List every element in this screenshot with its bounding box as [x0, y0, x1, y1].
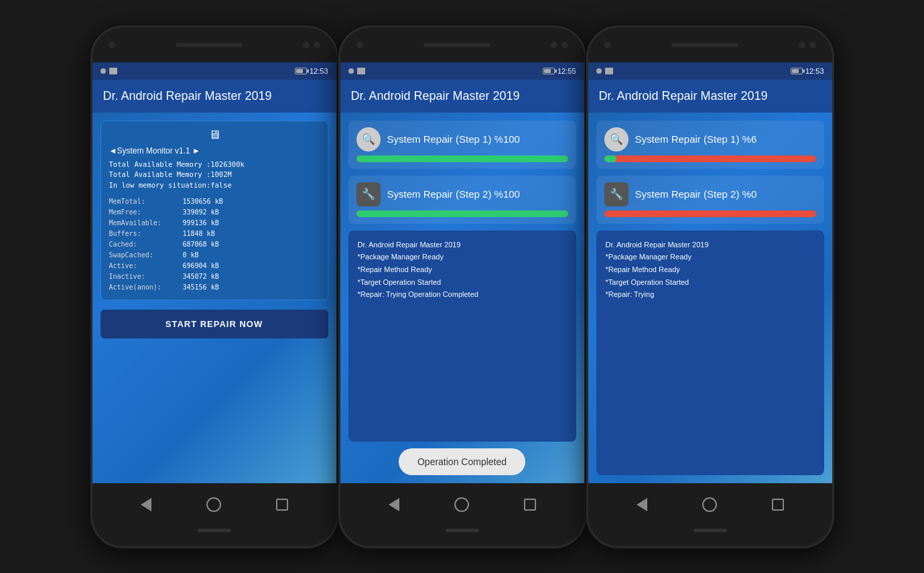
- status-right: 12:55: [543, 67, 576, 75]
- search-icon: 🔍: [356, 127, 381, 151]
- swapcached-label: SwapCached:: [109, 250, 183, 261]
- phone2-time: 12:55: [557, 67, 576, 75]
- mem-available-label: MemAvailable:: [109, 218, 183, 229]
- table-row: Active(anon): 345156 kB: [109, 282, 320, 293]
- wrench-icon: 🔧: [604, 182, 629, 206]
- camera-dot-2: [551, 42, 557, 48]
- phone3-bottom-bump: [588, 526, 832, 546]
- phone3-status-bar: 12:53: [588, 62, 832, 80]
- swapcached-value: 0 kB: [183, 250, 199, 261]
- recents-icon: [276, 499, 288, 511]
- mem-total-label: MemTotal:: [109, 196, 183, 207]
- battery-icon: [543, 68, 555, 74]
- monitor-table: MemTotal: 1530656 kB MemFree: 339092 kB …: [109, 196, 320, 293]
- status-icon: [605, 68, 613, 74]
- phone3-nav-bar: [588, 483, 832, 526]
- phone2-top-bar: [340, 27, 584, 62]
- home-button[interactable]: [700, 495, 719, 514]
- inactive-value: 345072 kB: [183, 271, 219, 282]
- phone1-bottom-bump: [92, 526, 336, 546]
- recents-button[interactable]: [273, 495, 291, 514]
- back-button[interactable]: [137, 495, 155, 514]
- monitor-display-icon: 🖥: [208, 128, 220, 142]
- step2-header: 🔧 System Repair (Step 2) %0: [604, 182, 816, 206]
- phone3-top-bar: [588, 27, 832, 62]
- status-icon: [109, 68, 117, 74]
- step1-section: 🔍 System Repair (Step 1) %100: [348, 121, 576, 169]
- home-bump: [694, 529, 727, 532]
- phone3-cameras: [604, 42, 611, 48]
- home-icon: [454, 497, 469, 512]
- phone3-cameras-right: [799, 42, 816, 48]
- activeanon-value: 345156 kB: [183, 282, 219, 293]
- battery-icon: [791, 68, 803, 74]
- status-left: [596, 68, 613, 74]
- home-icon: [206, 497, 221, 512]
- phone2-wrapper: 12:55 Dr. Android Repair Master 2019 🔍 S…: [338, 25, 586, 548]
- monitor-summary-line3: In low memory situation:false: [109, 180, 320, 191]
- step2-progress-bar: [604, 210, 816, 217]
- phone1-time: 12:53: [310, 67, 328, 75]
- step1-header: 🔍 System Repair (Step 1) %100: [356, 127, 568, 151]
- phone1-wrapper: 12:53 Dr. Android Repair Master 2019 🖥 ◄…: [90, 25, 338, 548]
- cached-value: 687068 kB: [183, 239, 219, 250]
- home-button[interactable]: [452, 495, 471, 514]
- phone3-wrapper: 12:53 Dr. Android Repair Master 2019 🔍 S…: [586, 25, 834, 548]
- phone3-speaker: [671, 43, 738, 47]
- phone3: 12:53 Dr. Android Repair Master 2019 🔍 S…: [586, 25, 834, 548]
- recents-icon: [772, 499, 784, 511]
- back-button[interactable]: [633, 495, 651, 514]
- camera-dot-3: [809, 42, 816, 48]
- phone1-nav-bar: [92, 483, 336, 526]
- log-title: Dr. Android Repair Master 2019: [358, 239, 567, 251]
- status-dot: [101, 68, 106, 74]
- log-title: Dr. Android Repair Master 2019: [606, 239, 815, 251]
- phone3-app-header: Dr. Android Repair Master 2019: [588, 80, 832, 113]
- step2-progress-fill: [356, 210, 568, 217]
- log-line1: *Package Manager Ready: [606, 251, 815, 263]
- phone1-content: 🖥 ◄System Monitor v1.1 ► Total Available…: [92, 113, 336, 483]
- log-line2: *Repair Method Ready: [606, 263, 815, 276]
- mem-total-value: 1530656 kB: [183, 196, 223, 207]
- search-icon: 🔍: [604, 127, 629, 151]
- home-bump: [198, 529, 231, 532]
- back-button[interactable]: [385, 495, 403, 514]
- table-row: Buffers: 11848 kB: [109, 229, 320, 239]
- status-dot: [596, 68, 602, 74]
- monitor-nav: ◄System Monitor v1.1 ►: [109, 146, 320, 155]
- home-button[interactable]: [204, 495, 223, 514]
- phone2-bottom-bump: [340, 526, 584, 546]
- step1-header: 🔍 System Repair (Step 1) %6: [604, 127, 816, 151]
- step2-label: System Repair (Step 2) %100: [387, 188, 520, 200]
- start-repair-button[interactable]: START REPAIR NOW: [101, 310, 328, 338]
- status-dot: [348, 68, 354, 74]
- phone2: 12:55 Dr. Android Repair Master 2019 🔍 S…: [338, 25, 586, 548]
- phone1-app-title: Dr. Android Repair Master 2019: [103, 89, 326, 103]
- step2-progress-bar: [356, 210, 568, 217]
- log-line3: *Target Operation Started: [358, 276, 567, 289]
- status-icon: [357, 68, 365, 74]
- cached-label: Cached:: [109, 239, 183, 250]
- battery-icon: [295, 68, 307, 74]
- operation-completed-button[interactable]: Operation Completed: [399, 448, 525, 475]
- back-icon: [637, 498, 647, 511]
- step1-progress-fill: [604, 155, 617, 162]
- table-row: Cached: 687068 kB: [109, 239, 320, 250]
- back-icon: [389, 498, 399, 511]
- buffers-value: 11848 kB: [183, 229, 215, 239]
- table-row: Active: 696904 kB: [109, 261, 320, 271]
- mem-free-value: 339092 kB: [183, 207, 219, 218]
- battery-fill: [544, 69, 551, 73]
- recents-button[interactable]: [769, 495, 787, 514]
- monitor-summary-line1: Total Available Memory :1026300k: [109, 160, 320, 170]
- monitor-summary: Total Available Memory :1026300k Total A…: [109, 160, 320, 191]
- recents-button[interactable]: [521, 495, 539, 514]
- step1-progress-fill: [356, 155, 568, 162]
- phone1-app-header: Dr. Android Repair Master 2019: [92, 80, 336, 113]
- phone3-screen: 12:53 Dr. Android Repair Master 2019 🔍 S…: [588, 62, 832, 483]
- monitor-summary-line2: Total Available Memory :1002M: [109, 170, 320, 180]
- step2-header: 🔧 System Repair (Step 2) %100: [356, 182, 568, 206]
- table-row: MemFree: 339092 kB: [109, 207, 320, 218]
- active-value: 696904 kB: [183, 261, 219, 271]
- log-line4: *Repair: Trying: [606, 288, 815, 301]
